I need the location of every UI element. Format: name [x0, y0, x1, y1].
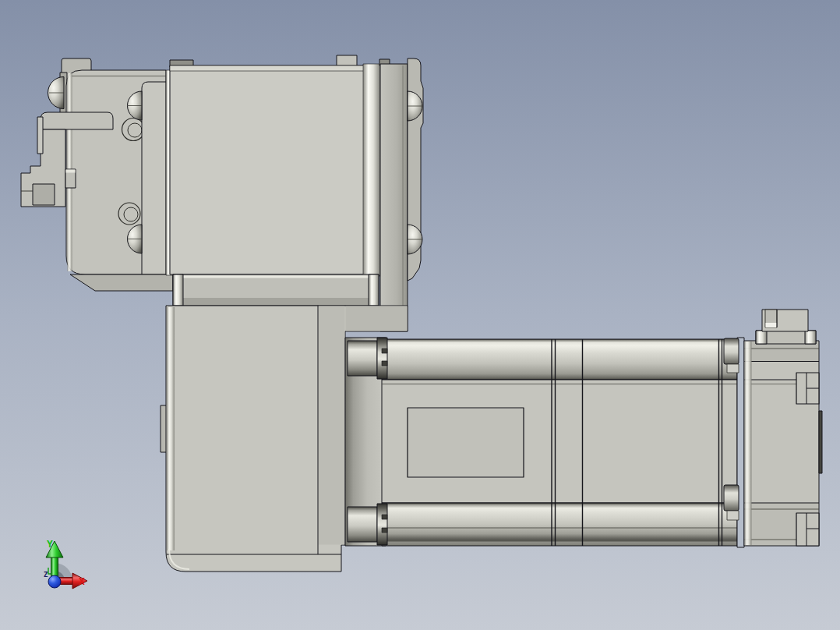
- raised-mid-plate[interactable]: [142, 82, 166, 274]
- sensor-clamp-bottom[interactable]: [724, 485, 739, 511]
- guide-rod-boss-top[interactable]: [348, 341, 377, 376]
- plate-right-highlight: [363, 64, 380, 276]
- flange-top-highlight: [174, 276, 378, 278]
- z-axis-label: Z: [44, 571, 48, 579]
- boss-nub: [382, 528, 387, 533]
- clip-arm[interactable]: [41, 112, 113, 129]
- sensor-clamp-bottom-foot: [727, 511, 739, 520]
- origin-sphere[interactable]: [48, 575, 61, 588]
- motor-left-highlight: [745, 342, 752, 545]
- guide-rod-boss-bottom[interactable]: [348, 507, 377, 542]
- right-side-column[interactable]: [380, 64, 408, 331]
- motor-housing[interactable]: [744, 341, 822, 546]
- flange-cap-left: [173, 274, 183, 306]
- boss-end-cap-top: [377, 338, 387, 379]
- housing-left-highlight: [167, 307, 175, 550]
- plate-top-band: [170, 65, 379, 71]
- motor-top-band: [745, 342, 818, 361]
- clip-spring-bar: [37, 117, 43, 154]
- boss-end-cap-bottom: [377, 504, 387, 545]
- bottom-guide-rod[interactable]: [382, 503, 737, 546]
- sensor-clamp-top[interactable]: [724, 338, 739, 364]
- top-guide-rod[interactable]: [382, 339, 737, 380]
- housing-right-shade: [319, 306, 345, 545]
- viewport-canvas[interactable]: Z Y X: [0, 0, 840, 630]
- boss-nub: [382, 515, 387, 519]
- plate-top-tab: [337, 55, 357, 66]
- x-axis-label: X: [79, 575, 85, 587]
- slider-recess[interactable]: [408, 408, 524, 477]
- motor-mount-tab-bottom: [796, 513, 819, 546]
- linear-actuator-group[interactable]: [345, 310, 822, 547]
- y-axis-label: Y: [47, 538, 53, 550]
- connector-flange-cap-right: [805, 331, 816, 344]
- clip-inner-hole: [33, 184, 55, 205]
- motor-right-sliver: [819, 411, 822, 473]
- cad-viewport[interactable]: Z Y X: [0, 0, 840, 630]
- sensor-clamp-top-foot: [727, 364, 739, 373]
- gearhead-face-plate[interactable]: [170, 65, 379, 274]
- connector-notch-highlight: [766, 323, 777, 327]
- housing-wide-shade: [346, 306, 408, 331]
- flange-cap-right: [369, 274, 379, 306]
- connector-flange-cap-left: [756, 331, 767, 344]
- boss-nub: [382, 349, 387, 353]
- clip-nub-highlight: [66, 170, 76, 173]
- boss-nub: [382, 361, 387, 366]
- flange-bottom-shade: [174, 298, 378, 305]
- motor-connector[interactable]: [756, 310, 816, 344]
